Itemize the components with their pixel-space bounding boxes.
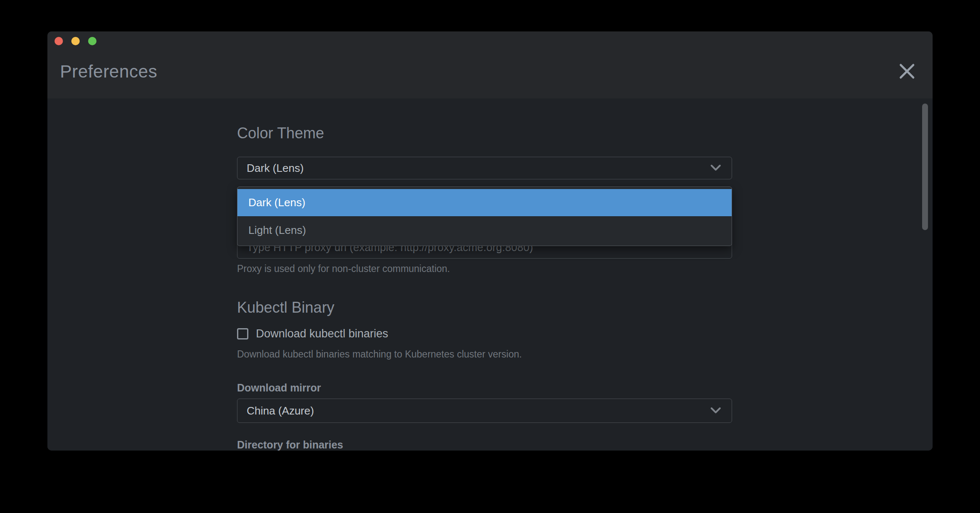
close-button[interactable] <box>897 62 917 81</box>
traffic-lights <box>55 37 96 45</box>
preferences-window: Preferences Color Theme Dark (Lens) Dark… <box>47 31 933 451</box>
kubectl-heading: Kubectl Binary <box>237 299 732 316</box>
chevron-down-icon <box>709 407 722 415</box>
download-mirror-label: Download mirror <box>237 382 732 394</box>
download-mirror-select[interactable]: China (Azure) <box>237 399 732 423</box>
dropdown-option-dark[interactable]: Dark (Lens) <box>237 189 732 216</box>
directory-for-binaries-label: Directory for binaries <box>237 439 732 451</box>
close-traffic-light-icon[interactable] <box>55 37 63 45</box>
preferences-content: Color Theme Dark (Lens) Dark (Lens) Ligh… <box>47 98 933 451</box>
download-kubectl-checkbox-row[interactable]: Download kubectl binaries <box>237 327 732 340</box>
titlebar: Preferences <box>47 31 933 98</box>
minimize-traffic-light-icon[interactable] <box>71 37 80 45</box>
dropdown-option-light[interactable]: Light (Lens) <box>237 216 732 244</box>
page-title: Preferences <box>60 62 157 82</box>
zoom-traffic-light-icon[interactable] <box>88 37 96 45</box>
color-theme-heading: Color Theme <box>237 124 732 142</box>
chevron-down-icon <box>709 164 722 172</box>
color-theme-select-value: Dark (Lens) <box>247 162 709 175</box>
download-kubectl-checkbox[interactable] <box>237 328 248 339</box>
download-kubectl-label: Download kubectl binaries <box>256 327 388 340</box>
scrollbar-thumb[interactable] <box>922 104 928 230</box>
color-theme-select[interactable]: Dark (Lens) <box>237 157 732 179</box>
download-mirror-select-value: China (Azure) <box>247 404 709 417</box>
proxy-hint: Proxy is used only for non-cluster commu… <box>237 263 732 275</box>
kubectl-hint: Download kubectl binaries matching to Ku… <box>237 349 732 360</box>
close-icon <box>898 62 916 80</box>
color-theme-dropdown: Dark (Lens) Light (Lens) <box>237 187 732 246</box>
